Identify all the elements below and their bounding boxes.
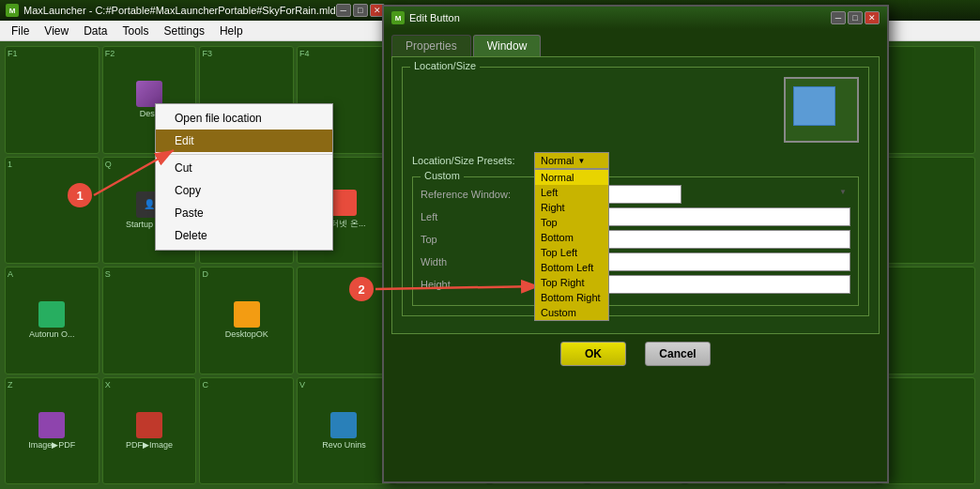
desktopok-icon: [234, 301, 260, 328]
cancel-button[interactable]: Cancel: [645, 342, 711, 366]
dialog-body: Location/Size Location/Size Presets: Nor…: [384, 56, 887, 381]
tab-properties[interactable]: Properties: [391, 35, 471, 56]
ctx-edit[interactable]: Edit: [156, 130, 332, 152]
preset-dropdown[interactable]: Normal ▼: [534, 152, 609, 169]
location-size-label: Location/Size: [410, 60, 480, 71]
context-menu: Open file location Edit Cut Copy Paste D…: [155, 103, 333, 251]
grid-cell-z[interactable]: Z Image▶PDF: [5, 377, 100, 485]
cell-key: S: [105, 269, 111, 279]
width-label: Width: [421, 256, 543, 267]
cell-key: F3: [202, 49, 212, 58]
dropdown-item-left[interactable]: Left: [535, 185, 608, 200]
cell-label: Image▶PDF: [28, 440, 75, 450]
annotation-circle-2: 2: [349, 277, 374, 301]
dialog-titlebar: M Edit Button ─ □ ✕: [384, 7, 887, 29]
left-row: Left: [421, 207, 850, 226]
cell-key: Q: [105, 160, 112, 169]
grid-cell-a[interactable]: A Autorun O...: [5, 267, 100, 374]
preview-area: [412, 77, 859, 143]
width-row: Width: [421, 252, 850, 271]
menu-tools[interactable]: Tools: [115, 23, 157, 39]
grid-cell-f[interactable]: [297, 267, 391, 374]
menu-settings[interactable]: Settings: [157, 23, 212, 39]
internet-icon: [330, 190, 357, 216]
cell-label: Revo Unins: [322, 440, 366, 450]
tab-window[interactable]: Window: [473, 35, 542, 56]
dialog-maximize-button[interactable]: □: [848, 11, 863, 24]
ctx-paste[interactable]: Paste: [156, 202, 332, 224]
grid-cell-x[interactable]: X PDF▶Image: [102, 377, 197, 485]
dialog-tabs: Properties Window: [384, 29, 887, 56]
pdfimage-icon: [136, 412, 162, 438]
dropdown-item-top[interactable]: Top: [535, 215, 608, 230]
title-bar-title: MaxLauncher - C:#Portable#MaxLauncherPor…: [23, 5, 336, 16]
grid-cell-d[interactable]: D DesktopOK: [199, 267, 294, 374]
cell-key: C: [202, 380, 208, 390]
main-window: M MaxLauncher - C:#Portable#MaxLauncherP…: [0, 0, 980, 489]
grid-cell-s[interactable]: S: [102, 267, 197, 374]
location-size-group: Location/Size Location/Size Presets: Nor…: [402, 67, 869, 316]
reference-window-label: Reference Window:: [421, 189, 543, 200]
cell-label: PDF▶Image: [126, 440, 173, 450]
autorun-icon: [38, 301, 65, 328]
dropdown-item-normal[interactable]: Normal: [535, 170, 608, 185]
cell-key: X: [105, 380, 111, 390]
ctx-cut[interactable]: Cut: [156, 157, 332, 179]
title-bar-buttons: ─ □ ✕: [336, 4, 385, 17]
grid-cell-v[interactable]: V Revo Unins: [297, 377, 391, 485]
cell-key: F2: [105, 49, 115, 58]
dialog-close-button[interactable]: ✕: [865, 11, 880, 24]
custom-section: Custom Reference Window: Left: [412, 176, 859, 306]
grid-cell-r1c10[interactable]: [880, 46, 975, 154]
dropdown-list: Normal Left Right Top Bottom Top Left Bo…: [534, 169, 609, 321]
cell-key: F4: [299, 49, 310, 58]
reference-window-row: Reference Window:: [421, 185, 850, 204]
revo-icon: [330, 412, 357, 438]
ctx-open-file-location[interactable]: Open file location: [156, 107, 332, 130]
dropdown-item-bottom-right[interactable]: Bottom Right: [535, 290, 608, 305]
menu-data[interactable]: Data: [76, 23, 115, 39]
dropdown-item-bottom[interactable]: Bottom: [535, 230, 608, 245]
grid-cell-1[interactable]: 1: [5, 157, 100, 265]
preset-dropdown-wrap: Normal ▼ Normal Left Right Top Bottom To…: [534, 152, 609, 169]
dialog-minimize-button[interactable]: ─: [831, 11, 846, 24]
dialog-icon: M: [391, 11, 405, 24]
grid-cell-f1[interactable]: F1: [5, 46, 100, 154]
dropdown-item-bottom-left[interactable]: Bottom Left: [535, 260, 608, 275]
cell-key: A: [8, 269, 13, 279]
menu-help[interactable]: Help: [212, 23, 251, 39]
app-icon: M: [6, 4, 19, 17]
edit-button-dialog: M Edit Button ─ □ ✕ Properties Window Lo…: [382, 5, 889, 483]
height-label: Height: [421, 279, 543, 290]
grid-cell-r3c10[interactable]: [880, 267, 975, 374]
ctx-delete[interactable]: Delete: [156, 224, 332, 247]
cell-key: V: [299, 380, 305, 390]
grid-cell-r4c10[interactable]: [880, 377, 975, 485]
ctx-separator-1: [156, 154, 332, 155]
menu-file[interactable]: File: [4, 23, 37, 39]
top-row: Top: [421, 230, 850, 249]
cell-key: 1: [8, 160, 12, 169]
preview-box: [784, 77, 859, 143]
ok-button[interactable]: OK: [560, 342, 626, 366]
minimize-button[interactable]: ─: [336, 4, 351, 17]
preview-inner-box: [793, 86, 835, 126]
grid-cell-c[interactable]: C: [199, 377, 294, 485]
preset-selected-value: Normal: [541, 155, 574, 166]
grid-cell-r2c10[interactable]: [880, 157, 975, 265]
dialog-titlebar-buttons: ─ □ ✕: [831, 11, 880, 24]
menu-view[interactable]: View: [37, 23, 76, 39]
cell-label: Autorun O...: [29, 329, 75, 339]
left-label: Left: [421, 211, 543, 222]
dialog-title: Edit Button: [409, 12, 831, 23]
dropdown-item-top-left[interactable]: Top Left: [535, 245, 608, 260]
dropdown-item-custom[interactable]: Custom: [535, 305, 608, 320]
preset-label: Location/Size Presets:: [412, 155, 534, 166]
height-row: Height: [421, 275, 850, 294]
maximize-button[interactable]: □: [353, 4, 368, 17]
cell-key: D: [202, 269, 208, 279]
dropdown-item-right[interactable]: Right: [535, 200, 608, 215]
custom-label: Custom: [421, 170, 464, 181]
dropdown-item-top-right[interactable]: Top Right: [535, 275, 608, 290]
ctx-copy[interactable]: Copy: [156, 179, 332, 202]
